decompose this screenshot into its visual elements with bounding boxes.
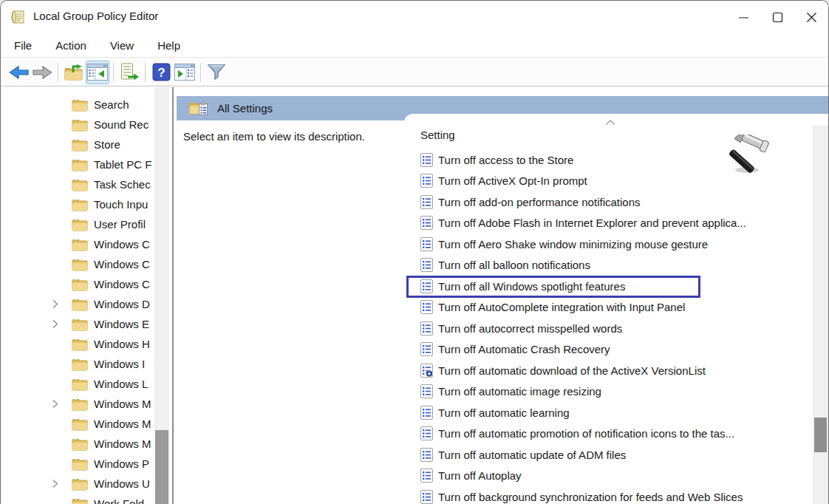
description-text: Select an item to view its description. [183,130,365,143]
folder-icon [72,338,88,351]
settings-scrollbar-thumb[interactable] [814,418,827,452]
tree-item-search[interactable]: Search [1,95,157,115]
forward-button[interactable] [30,61,54,84]
action-pane-toggle-icon [174,64,195,81]
all-settings-icon [189,101,208,117]
close-icon [806,12,817,23]
tree-item[interactable]: Windows M [1,434,157,454]
policy-setting-icon [420,426,433,440]
close-button[interactable] [794,1,828,33]
setting-row-selected[interactable]: Turn off all Windows spotlight features [404,276,806,297]
tree-item[interactable]: Store [1,134,157,154]
policy-setting-icon [420,384,433,398]
help-button[interactable]: ? [149,61,173,84]
svg-text:?: ? [157,66,165,80]
setting-row[interactable]: Turn off Automatic Crash Recovery [404,339,806,361]
tree-item[interactable]: Windows C [1,234,157,254]
tree-item[interactable]: Task Schec [1,174,157,194]
tree-item[interactable]: Windows C [1,254,157,274]
setting-row[interactable]: Turn off Autoplay [404,466,806,487]
folder-icon [72,278,88,291]
back-icon [9,65,29,80]
setting-row[interactable]: Turn off all balloon notifications [404,255,806,276]
folder-icon [72,497,88,504]
policy-setting-icon [420,300,433,314]
tree-item[interactable]: Windows H [1,334,157,354]
setting-row[interactable]: Turn off automatic download of the Activ… [404,360,806,381]
chevron-right-icon[interactable] [52,479,58,488]
setting-row[interactable]: Turn off AutoComplete integration with I… [404,297,806,319]
policy-setting-icon [420,279,433,293]
local-group-policy-editor-window: Local Group Policy Editor File Action V [0,0,829,504]
tree-item[interactable]: Work Fold [1,494,157,504]
tree-item[interactable]: Windows D [1,294,157,314]
setting-row[interactable]: Turn off automatic promotion of notifica… [404,423,806,445]
folder-icon [72,258,88,271]
tree-item[interactable]: Windows M [1,394,157,414]
tree-item[interactable]: Windows P [1,454,157,474]
minimize-icon [738,12,749,23]
policy-setting-icon [420,258,433,272]
folder-icon [72,118,88,132]
tree-item[interactable]: Windows L [1,374,157,394]
help-icon: ? [152,63,171,81]
export-list-icon [120,63,139,81]
policy-setting-icon [420,321,433,336]
setting-column-header: Setting [420,129,455,141]
toolbar: ? [1,58,828,86]
scroll-up-button[interactable] [602,117,618,127]
policy-setting-icon [420,153,433,167]
gpedit-scroll-icon [10,9,27,25]
menu-action[interactable]: Action [47,36,95,55]
console-tree-toggle-button[interactable] [86,61,109,84]
minimize-button[interactable] [726,1,760,33]
folder-icon [72,218,88,231]
folder-icon [72,298,88,311]
maximize-button[interactable] [760,1,794,33]
folder-icon [72,398,88,411]
settings-list: Turn off access to the Store Turn off Ac… [404,149,806,504]
setting-row[interactable]: Turn off autocorrect misspelled words [404,318,806,339]
chevron-right-icon[interactable] [52,399,58,409]
tree-item[interactable]: Windows E [1,314,157,334]
action-pane-toggle-button[interactable] [173,61,197,84]
tree-item[interactable]: Sound Rec [1,115,157,134]
setting-row[interactable]: Turn off automatic learning [404,402,806,423]
setting-row[interactable]: Turn off background synchronization for … [404,486,806,504]
tree-item[interactable]: Windows M [1,414,157,434]
setting-row[interactable]: Turn off add-on performance notification… [404,191,806,213]
chevron-right-icon[interactable] [52,319,58,329]
results-header-title: All Settings [217,102,273,115]
tree-item[interactable]: Windows U [1,474,157,494]
tree-item[interactable]: Windows I [1,354,157,374]
setting-row[interactable]: Turn off Adobe Flash in Internet Explore… [404,213,806,234]
menu-help[interactable]: Help [149,36,189,55]
folder-icon [72,238,88,251]
menu-view[interactable]: View [101,36,143,55]
folder-icon [72,158,88,171]
tree-item[interactable]: User Profil [1,214,157,234]
folder-icon [72,418,88,431]
forward-icon [33,65,52,80]
chevron-right-icon[interactable] [52,299,58,309]
tree-item[interactable]: Touch Inpu [1,194,157,214]
policy-setting-icon [420,490,433,504]
up-one-level-button[interactable] [62,61,86,84]
console-tree-toggle-icon [87,64,108,81]
folder-icon [72,198,88,211]
folder-icon [72,378,88,391]
menu-file[interactable]: File [5,36,41,55]
maximize-icon [772,12,783,23]
results-pane: All Settings Select an item to view its … [175,87,828,504]
export-list-button[interactable] [117,61,141,84]
setting-row[interactable]: Turn off Aero Shake window minimizing mo… [404,234,806,255]
tree-item[interactable]: Windows C [1,274,157,294]
back-button[interactable] [7,61,30,84]
setting-row[interactable]: Turn off automatic update of ADM files [404,444,806,466]
policy-setting-icon [420,216,433,230]
filter-button[interactable] [205,61,228,84]
folder-icon [72,318,88,331]
tree-scrollbar-thumb[interactable] [155,430,168,504]
tree-item[interactable]: Tablet PC F [1,154,157,174]
setting-row[interactable]: Turn off automatic image resizing [404,381,806,403]
